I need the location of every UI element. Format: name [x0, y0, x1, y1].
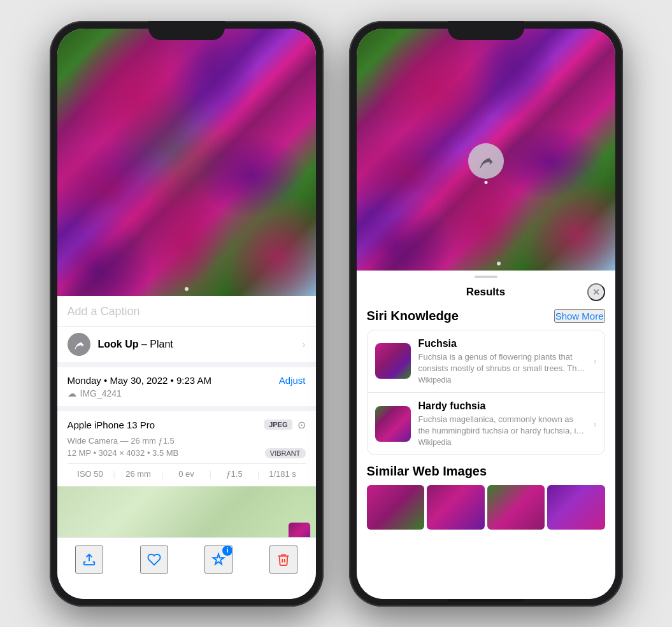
shutter-value: 1/181 s — [259, 469, 305, 479]
left-screen-content: Add a Caption Look Up – Plant › — [57, 29, 316, 599]
filename: IMG_4241 — [80, 388, 122, 398]
similar-image-2[interactable] — [427, 485, 485, 530]
trash-icon — [276, 553, 290, 567]
info-btn-container: i — [204, 546, 232, 574]
right-phone-notch — [448, 21, 524, 40]
camera-model-row: Apple iPhone 13 Pro JPEG ⊙ — [68, 419, 306, 431]
divider-1 — [57, 362, 316, 367]
right-phone: Results ✕ Siri Knowledge Show More — [349, 21, 623, 607]
similar-title: Similar Web Images — [367, 464, 605, 479]
lookup-icon — [68, 333, 90, 356]
caption-placeholder: Add a Caption — [68, 305, 140, 318]
info-area: Add a Caption Look Up – Plant › — [57, 296, 316, 537]
right-screen-content: Results ✕ Siri Knowledge Show More — [357, 29, 615, 599]
show-more-button[interactable]: Show More — [554, 309, 605, 323]
knowledge-item-fuchsia[interactable]: Fuchsia Fuchsia is a genus of flowering … — [368, 330, 604, 392]
phones-container: Add a Caption Look Up – Plant › — [50, 21, 623, 607]
lookup-row[interactable]: Look Up – Plant › — [57, 326, 316, 362]
iso-value: ISO 50 — [68, 469, 113, 479]
similar-image-1[interactable] — [367, 485, 425, 530]
fuchsia-chevron: › — [594, 356, 597, 366]
divider-2 — [57, 406, 316, 411]
fuchsia-thumbnail — [375, 343, 411, 379]
results-panel: Results ✕ Siri Knowledge Show More — [357, 271, 615, 599]
map-section[interactable] — [57, 486, 316, 537]
fuchsia-text: Fuchsia Fuchsia is a genus of flowering … — [418, 338, 586, 384]
panel-handle — [357, 271, 615, 278]
visual-lookup-dot — [484, 181, 487, 184]
page-indicator-right — [497, 262, 501, 265]
map-thumbnail-image — [289, 523, 310, 537]
close-button[interactable]: ✕ — [587, 283, 605, 301]
flower-overlay — [57, 29, 316, 296]
jpeg-badge: JPEG — [264, 419, 292, 430]
share-button[interactable] — [75, 546, 103, 574]
hardy-source: Wikipedia — [418, 438, 586, 447]
meta-section: Monday • May 30, 2022 • 9:23 AM Adjust ☁… — [57, 367, 316, 406]
results-header: Results ✕ — [357, 278, 615, 309]
heart-icon — [147, 553, 161, 567]
vibrant-badge: VIBRANT — [265, 448, 306, 458]
aperture-value: ƒ1.5 — [211, 469, 257, 479]
fuchsia-description: Fuchsia is a genus of flowering plants t… — [418, 351, 586, 374]
lookup-chevron: › — [303, 339, 306, 349]
camera-badges: JPEG ⊙ — [264, 419, 305, 431]
visual-lookup-button[interactable] — [468, 143, 504, 179]
similar-image-4[interactable] — [547, 485, 605, 530]
page-indicator — [185, 287, 189, 291]
camera-model: Apple iPhone 13 Pro — [68, 419, 155, 430]
hardy-name: Hardy fuchsia — [418, 400, 586, 412]
lookup-suffix: – Plant — [139, 339, 173, 349]
meta-date-row: Monday • May 30, 2022 • 9:23 AM Adjust — [68, 375, 306, 386]
knowledge-card: Fuchsia Fuchsia is a genus of flowering … — [367, 330, 605, 456]
map-background — [57, 486, 316, 537]
similar-image-3[interactable] — [487, 485, 545, 530]
siri-knowledge-header: Siri Knowledge Show More — [367, 309, 605, 323]
flower-photo-right[interactable] — [357, 29, 615, 271]
delete-button[interactable] — [269, 546, 297, 574]
cloud-icon: ☁ — [68, 388, 76, 398]
home-indicator-right — [448, 599, 524, 602]
fuchsia-name: Fuchsia — [418, 338, 586, 349]
left-phone: Add a Caption Look Up – Plant › — [50, 21, 324, 607]
location-icon: ⊙ — [297, 419, 306, 431]
adjust-button[interactable]: Adjust — [279, 375, 306, 386]
similar-images-row — [367, 485, 605, 530]
focal-value: 26 mm — [115, 469, 161, 479]
siri-knowledge-title: Siri Knowledge — [367, 309, 459, 323]
meta-date: Monday • May 30, 2022 • 9:23 AM — [68, 375, 211, 386]
hardy-description: Fuchsia magellanica, commonly known as t… — [418, 414, 586, 437]
lookup-label: Look Up – Plant — [98, 339, 173, 350]
camera-specs: 12 MP • 3024 × 4032 • 3.5 MB VIBRANT — [68, 448, 306, 458]
home-indicator-left — [148, 596, 225, 599]
phone-notch — [148, 21, 225, 40]
camera-mp: 12 MP • 3024 × 4032 • 3.5 MB — [68, 448, 179, 458]
right-phone-screen: Results ✕ Siri Knowledge Show More — [357, 29, 615, 599]
camera-lens: Wide Camera — 26 mm ƒ1.5 — [68, 436, 306, 446]
leaf-icon — [73, 338, 85, 351]
hardy-text: Hardy fuchsia Fuchsia magellanica, commo… — [418, 400, 586, 447]
filename-row: ☁ IMG_4241 — [68, 388, 306, 398]
knowledge-item-hardy[interactable]: Hardy fuchsia Fuchsia magellanica, commo… — [368, 392, 604, 454]
favorite-button[interactable] — [140, 546, 168, 574]
ev-value: 0 ev — [163, 469, 209, 479]
results-title: Results — [385, 286, 587, 299]
camera-section: Apple iPhone 13 Pro JPEG ⊙ Wide Camera —… — [57, 411, 316, 486]
left-phone-screen: Add a Caption Look Up – Plant › — [57, 29, 316, 599]
hardy-thumbnail — [375, 406, 411, 442]
exif-row: ISO 50 | 26 mm | 0 ev | ƒ1.5 | 1/181 s — [68, 463, 306, 479]
caption-area[interactable]: Add a Caption — [57, 296, 316, 326]
flower-photo-left[interactable] — [57, 29, 316, 296]
similar-section: Similar Web Images — [367, 464, 605, 530]
lookup-strong: Look Up — [98, 339, 139, 349]
fuchsia-source: Wikipedia — [418, 376, 586, 384]
results-content: Siri Knowledge Show More Fuchsia Fuchsia… — [357, 309, 615, 599]
visual-lookup-icon — [477, 152, 495, 170]
share-icon — [82, 553, 96, 567]
map-thumbnail — [288, 522, 311, 537]
photo-toolbar: i — [57, 537, 316, 599]
info-badge: i — [222, 546, 232, 556]
hardy-chevron: › — [594, 419, 597, 429]
